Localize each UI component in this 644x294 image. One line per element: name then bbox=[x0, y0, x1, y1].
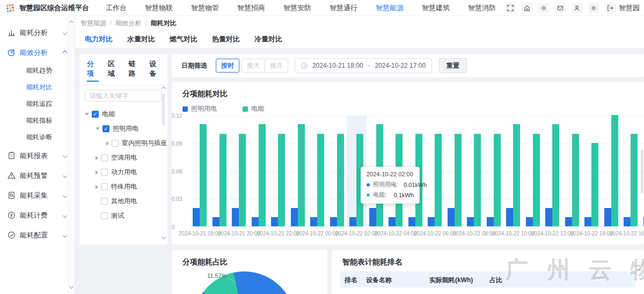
bar-照明用电[interactable] bbox=[193, 208, 200, 227]
tree-node-室内照明与插座[interactable]: 室内照明与插座 bbox=[79, 136, 167, 150]
bar-照明用电[interactable] bbox=[467, 217, 474, 226]
sidebar-subitem-能耗诊断[interactable]: 能耗诊断 bbox=[0, 129, 75, 146]
checkbox[interactable] bbox=[101, 154, 108, 161]
checkbox[interactable] bbox=[101, 198, 108, 205]
bar-照明用电[interactable] bbox=[232, 208, 239, 227]
tab-燃气对比[interactable]: 燃气对比 bbox=[170, 34, 197, 44]
tab-热量对比[interactable]: 热量对比 bbox=[212, 34, 240, 44]
range-start[interactable]: 2024-10-21 18:00 bbox=[312, 62, 364, 69]
bar-电能[interactable] bbox=[298, 124, 305, 226]
bar-照明用电[interactable] bbox=[604, 208, 611, 227]
tree-tab-区域[interactable]: 区域 bbox=[108, 59, 120, 81]
search-input[interactable] bbox=[85, 90, 162, 102]
nav-item-工作台[interactable]: 工作台 bbox=[97, 0, 136, 16]
bar-照明用电[interactable] bbox=[252, 217, 259, 226]
caret-down-icon[interactable] bbox=[96, 127, 100, 130]
bar-照明用电[interactable] bbox=[428, 217, 435, 226]
tree-scrollbar[interactable] bbox=[160, 86, 166, 241]
checkbox[interactable] bbox=[112, 140, 119, 147]
sidebar-item-能耗配置[interactable]: 能耗配置 bbox=[0, 225, 75, 245]
bar-照明用电[interactable] bbox=[310, 217, 317, 226]
tree-tab-分项[interactable]: 分项 bbox=[87, 59, 99, 82]
bar-照明用电[interactable] bbox=[506, 208, 513, 227]
exit-icon[interactable] bbox=[605, 3, 616, 13]
checkbox[interactable] bbox=[101, 183, 108, 190]
bar-电能[interactable] bbox=[337, 134, 344, 227]
bar-照明用电[interactable] bbox=[584, 217, 591, 226]
brightness-icon[interactable] bbox=[588, 3, 599, 13]
bar-电能[interactable] bbox=[259, 124, 266, 226]
bar-照明用电[interactable] bbox=[448, 208, 455, 227]
sidebar-item-能耗分析[interactable]: 能耗分析 bbox=[0, 23, 75, 42]
bar-照明用电[interactable] bbox=[291, 208, 298, 227]
tree-node-其他用电[interactable]: 其他用电 bbox=[79, 194, 167, 209]
nav-item-智慧通行[interactable]: 智慧通行 bbox=[320, 0, 367, 16]
tab-冷量对比[interactable]: 冷量对比 bbox=[254, 34, 282, 44]
sidebar-scrollbar[interactable] bbox=[68, 16, 75, 294]
bar-电能[interactable] bbox=[611, 115, 618, 226]
nav-item-智慧建筑[interactable]: 智慧建筑 bbox=[413, 0, 459, 16]
sidebar-subitem-能耗追踪[interactable]: 能耗追踪 bbox=[0, 96, 75, 112]
bar-照明用电[interactable] bbox=[408, 217, 415, 226]
sidebar-subitem-能耗趋势[interactable]: 能耗趋势 bbox=[0, 62, 75, 79]
bar-电能[interactable] bbox=[494, 134, 501, 227]
caret-right-icon[interactable] bbox=[96, 185, 98, 189]
bar-照明用电[interactable] bbox=[213, 217, 219, 226]
bar-照明用电[interactable] bbox=[349, 217, 356, 226]
caret-right-icon[interactable] bbox=[96, 156, 98, 160]
tree-node-电能[interactable]: ✓电能 bbox=[79, 107, 167, 121]
tenant-label[interactable]: 智慧园 bbox=[619, 3, 640, 13]
bar-电能[interactable] bbox=[591, 143, 598, 226]
sidebar-subitem-能耗指标[interactable]: 能耗指标 bbox=[0, 112, 75, 129]
tab-电力对比[interactable]: 电力对比 bbox=[85, 34, 113, 44]
home-icon[interactable] bbox=[522, 3, 532, 13]
reset-button[interactable]: 重置 bbox=[439, 58, 467, 73]
nav-item-智慧消防[interactable]: 智慧消防 bbox=[459, 0, 505, 16]
sidebar-item-能耗预警[interactable]: 能耗预警 bbox=[0, 166, 75, 185]
tree-node-空调用电[interactable]: 空调用电 bbox=[79, 150, 167, 165]
tree-node-测试[interactable]: 测试 bbox=[79, 209, 167, 223]
legend-item-电能[interactable]: 电能 bbox=[243, 104, 264, 113]
sidebar-item-能效分析[interactable]: 能效分析 bbox=[0, 42, 75, 62]
nav-item-智慧能源[interactable]: 智慧能源 bbox=[367, 0, 413, 16]
tree-tab-设备[interactable]: 设备 bbox=[149, 59, 161, 81]
checkbox[interactable] bbox=[101, 169, 108, 176]
bar-照明用电[interactable] bbox=[271, 217, 278, 226]
date-range-picker[interactable]: 2024-10-21 18:00 - 2024-10-22 17:00 bbox=[295, 58, 432, 73]
bar-电能[interactable] bbox=[572, 134, 579, 227]
bar-电能[interactable] bbox=[219, 134, 226, 227]
bar-照明用电[interactable] bbox=[389, 217, 396, 226]
bar-照明用电[interactable] bbox=[369, 208, 376, 227]
bar-照明用电[interactable] bbox=[487, 217, 494, 226]
bar-照明用电[interactable] bbox=[624, 217, 631, 226]
user-icon[interactable] bbox=[572, 3, 582, 13]
bar-电能[interactable] bbox=[435, 134, 442, 227]
bar-电能[interactable] bbox=[474, 134, 481, 227]
breadcrumb-item[interactable]: 能效分析 bbox=[115, 19, 141, 28]
sidebar-subitem-能耗对比[interactable]: 能耗对比 bbox=[0, 79, 75, 96]
nav-item-智慧招商[interactable]: 智慧招商 bbox=[228, 0, 274, 16]
caret-down-icon[interactable] bbox=[85, 113, 89, 116]
breadcrumb-item[interactable]: 智慧能源 bbox=[80, 19, 106, 28]
bar-电能[interactable] bbox=[455, 134, 462, 227]
bar-电能[interactable] bbox=[533, 134, 540, 227]
bar-电能[interactable] bbox=[200, 124, 207, 226]
caret-right-icon[interactable] bbox=[96, 170, 98, 175]
sidebar-item-能耗计费[interactable]: 能耗计费 bbox=[0, 205, 75, 225]
nav-item-智慧安防[interactable]: 智慧安防 bbox=[274, 0, 320, 16]
tree-node-照明用电[interactable]: ✓照明用电 bbox=[79, 121, 167, 136]
tree-node-动力用电[interactable]: 动力用电 bbox=[79, 165, 167, 180]
checkbox[interactable]: ✓ bbox=[103, 125, 109, 132]
bar-照明用电[interactable] bbox=[545, 208, 552, 227]
tree-tab-链路[interactable]: 链路 bbox=[129, 59, 141, 81]
bar-电能[interactable] bbox=[631, 134, 638, 227]
scroll-down-icon[interactable] bbox=[69, 284, 74, 289]
scroll-up-icon[interactable] bbox=[69, 20, 74, 25]
checkbox[interactable] bbox=[101, 212, 108, 219]
table-row[interactable]: 1单项电能总表2.0686.92% bbox=[340, 288, 635, 294]
tree-node-特殊用电[interactable]: 特殊用电 bbox=[79, 180, 167, 194]
caret-right-icon[interactable] bbox=[106, 141, 109, 146]
checkbox[interactable]: ✓ bbox=[92, 111, 99, 118]
bar-照明用电[interactable] bbox=[330, 217, 337, 226]
nav-item-智慧物管[interactable]: 智慧物管 bbox=[182, 0, 228, 16]
